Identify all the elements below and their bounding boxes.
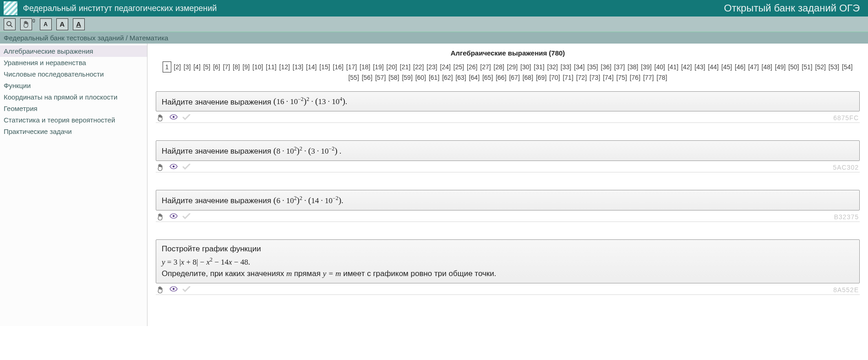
page-link[interactable]: [6] [213, 62, 221, 72]
page-link[interactable]: [40] [654, 62, 666, 72]
page-link-current[interactable]: 1 [163, 61, 172, 72]
page-link[interactable]: [10] [252, 62, 263, 72]
sidebar-item[interactable]: Геометрия [0, 103, 147, 114]
page-link[interactable]: [47] [748, 62, 759, 72]
page-link[interactable]: [9] [242, 62, 251, 72]
page-link[interactable]: [48] [761, 62, 773, 72]
page-link[interactable]: [5] [203, 62, 211, 72]
page-link[interactable]: [12] [279, 62, 290, 72]
page-link[interactable]: [45] [721, 62, 732, 72]
page-link[interactable]: [31] [533, 62, 545, 72]
page-link[interactable]: [51] [801, 62, 813, 72]
page-link[interactable]: [19] [372, 62, 384, 72]
sidebar-item[interactable]: Функции [0, 80, 147, 91]
page-link[interactable]: [58] [388, 72, 399, 83]
page-link[interactable]: [30] [520, 62, 531, 72]
page-link[interactable]: [24] [440, 62, 451, 72]
page-link[interactable]: [29] [507, 62, 518, 72]
page-link[interactable]: [26] [466, 62, 478, 72]
hand-icon[interactable] [157, 114, 165, 122]
page-link[interactable]: [36] [601, 62, 612, 72]
page-link[interactable]: [76] [629, 72, 641, 83]
page-link[interactable]: [66] [495, 72, 507, 83]
page-link[interactable]: [27] [480, 62, 491, 72]
sidebar-item[interactable]: Алгебраические выражения [0, 45, 147, 57]
font-size-c-button[interactable]: A [73, 18, 85, 30]
page-link[interactable]: [43] [694, 62, 705, 72]
page-link[interactable]: [72] [576, 72, 587, 83]
page-link[interactable]: [20] [386, 62, 398, 72]
page-link[interactable]: [73] [589, 72, 601, 83]
hand-button[interactable] [20, 18, 32, 30]
page-link[interactable]: [69] [535, 72, 547, 83]
page-link[interactable]: [61] [428, 72, 440, 83]
page-link[interactable]: [35] [587, 62, 598, 72]
page-link[interactable]: [77] [643, 72, 654, 83]
page-link[interactable]: [62] [442, 72, 453, 83]
page-link[interactable]: [18] [359, 62, 371, 72]
eye-icon[interactable] [169, 213, 178, 221]
search-button[interactable] [4, 18, 16, 30]
page-link[interactable]: [37] [614, 62, 625, 72]
page-link[interactable]: [4] [193, 62, 201, 72]
page-link[interactable]: [28] [493, 62, 505, 72]
page-link[interactable]: [65] [482, 72, 493, 83]
page-link[interactable]: [3] [183, 62, 191, 72]
page-link[interactable]: [57] [375, 72, 386, 83]
page-link[interactable]: [14] [306, 62, 317, 72]
page-link[interactable]: [60] [415, 72, 426, 83]
page-link[interactable]: [22] [413, 62, 424, 72]
page-link[interactable]: [63] [455, 72, 466, 83]
check-icon[interactable] [182, 114, 191, 122]
page-link[interactable]: [75] [616, 72, 627, 83]
page-link[interactable]: [56] [361, 72, 373, 83]
page-link[interactable]: [21] [399, 62, 411, 72]
page-link[interactable]: [74] [602, 72, 614, 83]
page-link[interactable]: [78] [656, 72, 667, 83]
page-link[interactable]: [42] [681, 62, 692, 72]
page-link[interactable]: [70] [549, 72, 560, 83]
check-icon[interactable] [182, 213, 191, 221]
sidebar-item[interactable]: Координаты на прямой и плоскости [0, 91, 147, 103]
page-link[interactable]: [39] [640, 62, 652, 72]
page-link[interactable]: [64] [469, 72, 480, 83]
page-link[interactable]: [34] [573, 62, 585, 72]
page-link[interactable]: [67] [508, 72, 520, 83]
sidebar-item[interactable]: Уравнения и неравенства [0, 57, 147, 68]
sidebar-item[interactable]: Практические задачи [0, 126, 147, 137]
page-link[interactable]: [55] [348, 72, 359, 83]
page-link[interactable]: [68] [522, 72, 534, 83]
page-link[interactable]: [15] [319, 62, 330, 72]
page-link[interactable]: [44] [708, 62, 719, 72]
page-link[interactable]: [54] [841, 62, 853, 72]
eye-icon[interactable] [169, 164, 178, 171]
page-link[interactable]: [50] [788, 62, 799, 72]
page-link[interactable]: [53] [828, 62, 840, 72]
page-link[interactable]: [17] [346, 62, 357, 72]
page-link[interactable]: [13] [292, 62, 304, 72]
page-link[interactable]: [25] [453, 62, 464, 72]
check-icon[interactable] [182, 286, 191, 294]
page-link[interactable]: [33] [560, 62, 572, 72]
page-link[interactable]: [7] [223, 62, 231, 72]
hand-icon[interactable] [157, 286, 165, 294]
page-link[interactable]: [71] [562, 72, 573, 83]
font-size-a-button[interactable]: A [40, 18, 52, 30]
page-link[interactable]: [11] [265, 62, 277, 72]
check-icon[interactable] [182, 164, 191, 171]
page-link[interactable]: [16] [333, 62, 344, 72]
page-link[interactable]: [8] [232, 62, 240, 72]
hand-icon[interactable] [157, 164, 165, 171]
eye-icon[interactable] [169, 114, 178, 122]
sidebar-item[interactable]: Статистика и теория вероятностей [0, 114, 147, 126]
page-link[interactable]: [49] [775, 62, 786, 72]
hand-icon[interactable] [157, 213, 165, 221]
sidebar-item[interactable]: Числовые последовательности [0, 68, 147, 80]
page-link[interactable]: [46] [734, 62, 746, 72]
page-link[interactable]: [2] [173, 62, 181, 72]
eye-icon[interactable] [169, 286, 178, 294]
page-link[interactable]: [52] [815, 62, 826, 72]
page-link[interactable]: [41] [667, 62, 679, 72]
font-size-b-button[interactable]: A [56, 18, 68, 30]
page-link[interactable]: [38] [627, 62, 639, 72]
